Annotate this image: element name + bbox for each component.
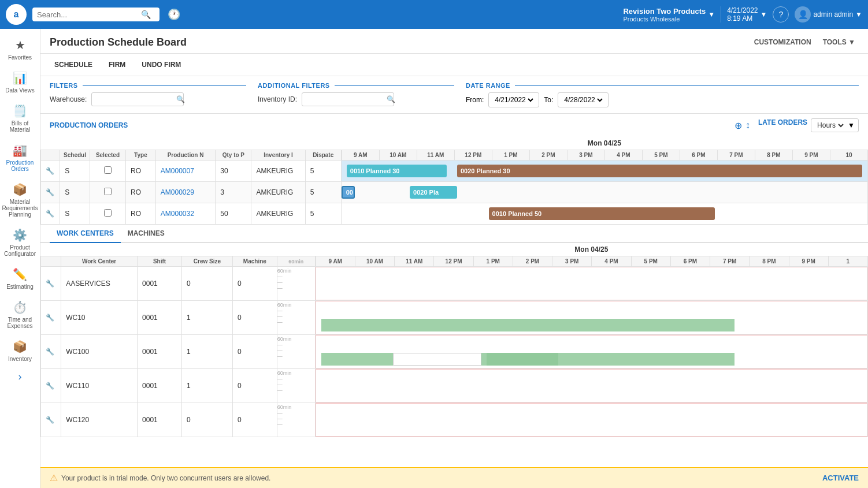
search-icon[interactable]: 🔍 — [141, 10, 151, 19]
inventory-id-search-icon[interactable]: 🔍 — [387, 95, 395, 103]
status-text: ⚠ Your product is in trial mode. Only tw… — [50, 472, 270, 483]
company-dropdown-icon: ▼ — [708, 10, 715, 18]
tab-machines[interactable]: MACHINES — [121, 225, 172, 243]
wc-shift-cell: 0001 — [138, 301, 182, 335]
wc-time-header-row: Work Center Shift Crew Size Machine 60mi… — [41, 256, 868, 267]
gantt-bar-1-1[interactable]: 0010 Planned 30 — [347, 165, 447, 177]
gantt-table: Mon 04/25 Schedul Selected Type Producti… — [40, 137, 868, 225]
sidebar-item-mrp[interactable]: 📦 Material Requirements Planning — [2, 178, 39, 222]
section-icons: ⊕ ↕ LATE ORDERS Hours ▼ — [735, 118, 859, 132]
wrench-icon[interactable]: 🔧 — [46, 348, 54, 356]
wc-col-wrench — [41, 256, 61, 267]
inventory-id-input-wrapper: 🔍 — [302, 92, 394, 106]
to-date-input[interactable]: 4/28/2022 — [562, 95, 604, 105]
gantt-bar-2-2[interactable]: 0020 Pla — [410, 186, 457, 199]
gantt-bar-2-1[interactable]: 00 — [342, 186, 355, 199]
gantt-bar-1-2[interactable]: 0020 Planned 30 — [457, 165, 862, 177]
company-selector[interactable]: Revision Two Products Products Wholesale… — [623, 7, 715, 23]
gantt-col-qty: Qty to P — [216, 150, 251, 161]
wc-shift-cell: 0001 — [138, 267, 182, 301]
sort-icon[interactable]: ↕ — [745, 118, 750, 132]
data-views-icon: 📊 — [13, 71, 27, 85]
hours-select[interactable]: Hours ▼ — [811, 118, 859, 132]
prod-n-link-3[interactable]: AM000032 — [161, 210, 194, 218]
wrench-icon[interactable]: 🔧 — [46, 416, 54, 424]
expand-icon[interactable]: ⊕ — [735, 118, 742, 132]
help-button[interactable]: ? — [773, 6, 789, 23]
undo-firm-button[interactable]: UNDO FIRM — [137, 58, 186, 71]
history-icon[interactable]: 🕐 — [165, 6, 183, 23]
row3-checkbox[interactable] — [104, 209, 112, 217]
sidebar-item-bills[interactable]: 🗒️ Bills of Material — [2, 99, 39, 137]
gantt-tbody: 🔧 S RO AM000007 30 AMKEURIG 5 0010 Plann… — [41, 161, 868, 225]
wc-shift-cell: 0001 — [138, 335, 182, 369]
wc-machine-cell: 0 — [232, 403, 277, 437]
wc-table: Mon 04/25 Work Center Shift Crew Size Ma… — [40, 243, 868, 437]
wrench-icon[interactable]: 🔧 — [46, 188, 54, 196]
wc-date-label: Mon 04/25 — [315, 243, 867, 256]
hours-dropdown-icon: ▼ — [848, 121, 855, 129]
sidebar-item-inventory[interactable]: 📦 Inventory — [2, 335, 39, 367]
date-dropdown-icon: ▼ — [761, 10, 767, 18]
sidebar-label-product-config: Product Configurator — [4, 244, 36, 257]
row1-checkbox[interactable] — [104, 166, 112, 174]
wrench-icon[interactable]: 🔧 — [46, 210, 54, 218]
gantt-bar-3-1[interactable]: 0010 Planned 50 — [489, 207, 715, 220]
gantt-container: Mon 04/25 Schedul Selected Type Producti… — [40, 137, 868, 225]
sched-cell: S — [60, 203, 90, 225]
wc-gantt-container[interactable]: Mon 04/25 Work Center Shift Crew Size Ma… — [40, 243, 868, 467]
activate-button[interactable]: ACTIVATE — [822, 474, 859, 482]
sidebar-label-inventory: Inventory — [8, 356, 32, 362]
hours-dropdown[interactable]: Hours — [815, 121, 845, 130]
gantt-col-prod: Production N — [155, 150, 216, 161]
search-input[interactable] — [37, 10, 141, 19]
production-orders-title: PRODUCTION ORDERS — [50, 121, 128, 129]
customization-button[interactable]: CUSTOMIZATION — [751, 36, 815, 49]
wrench-icon[interactable]: 🔧 — [46, 314, 54, 322]
production-orders-icon: 🏭 — [13, 143, 27, 157]
app-logo[interactable]: a — [6, 4, 27, 25]
gantt-bar-cell-3: 0010 Planned 50 — [341, 203, 867, 225]
work-centers-section: WORK CENTERS MACHINES — [40, 225, 868, 467]
inv-cell: AMKEURIG — [251, 182, 305, 203]
wc-wrench-cell: 🔧 — [41, 335, 61, 369]
from-date-input[interactable]: 4/21/2022 — [492, 95, 535, 105]
row2-checkbox[interactable] — [104, 188, 112, 195]
date-range-group: DATE RANGE From: 4/21/2022 To: — [466, 82, 859, 107]
warehouse-input-wrapper: 🔍 — [91, 92, 184, 106]
sidebar-item-data-views[interactable]: 📊 Data Views — [2, 66, 39, 98]
wrench-cell: 🔧 — [41, 182, 60, 203]
gantt-col-type: Type — [126, 150, 156, 161]
gantt-col-disp: Dispatc — [305, 150, 341, 161]
selected-cell — [90, 161, 125, 182]
wrench-icon[interactable]: 🔧 — [46, 167, 54, 175]
list-item: 🔧 WC110 0001 1 0 60min——— — [41, 369, 868, 403]
bottom-status: ⚠ Your product is in trial mode. Only tw… — [40, 467, 868, 488]
prod-n-link-1[interactable]: AM000007 — [161, 167, 194, 175]
additional-filters-label: ADDITIONAL FILTERS — [258, 82, 330, 89]
bills-icon: 🗒️ — [13, 104, 27, 118]
wrench-cell: 🔧 — [41, 161, 60, 182]
tab-work-centers[interactable]: WORK CENTERS — [50, 225, 121, 243]
from-date-select[interactable]: 4/21/2022 — [488, 92, 539, 107]
to-date-select[interactable]: 4/28/2022 — [558, 92, 609, 107]
wrench-icon[interactable]: 🔧 — [46, 382, 54, 390]
user-menu[interactable]: 👤 admin admin ▼ — [795, 6, 862, 23]
time-expenses-icon: ⏱️ — [13, 300, 27, 314]
inventory-id-input[interactable] — [306, 95, 387, 103]
sidebar-item-favorites[interactable]: ★ Favorites — [2, 33, 39, 65]
schedule-button[interactable]: SCHEDULE — [50, 58, 97, 71]
sidebar-more[interactable]: › — [2, 368, 39, 385]
warehouse-search-icon[interactable]: 🔍 — [176, 95, 185, 103]
tools-button[interactable]: TOOLS ▼ — [819, 36, 859, 49]
date-selector[interactable]: 4/21/2022 8:19 AM ▼ — [721, 6, 767, 23]
warehouse-input[interactable] — [95, 95, 176, 103]
wrench-icon[interactable]: 🔧 — [46, 280, 54, 288]
sidebar-item-product-config[interactable]: ⚙️ Product Configurator — [2, 223, 39, 262]
table-row: 🔧 S RO AM000032 50 AMKEURIG 5 0010 Plann… — [41, 203, 868, 225]
sidebar-item-production-orders[interactable]: 🏭 Production Orders — [2, 139, 39, 177]
sidebar-item-estimating[interactable]: ✏️ Estimating — [2, 263, 39, 295]
prod-n-link-2[interactable]: AM000029 — [161, 188, 194, 196]
sidebar-item-time-expenses[interactable]: ⏱️ Time and Expenses — [2, 296, 39, 334]
firm-button[interactable]: FIRM — [104, 58, 130, 71]
